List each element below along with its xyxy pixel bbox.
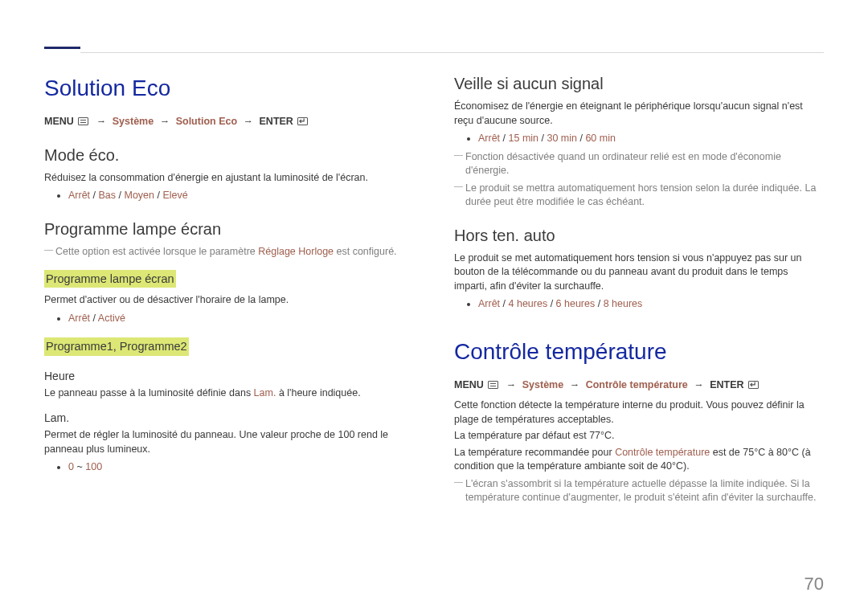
section-title-temperature: Contrôle température (454, 336, 824, 367)
opt: 15 min (509, 133, 539, 144)
desc-heure: Le panneau passe à la luminosité définie… (44, 386, 414, 401)
arrow-icon: → (570, 379, 580, 390)
content-columns: Solution Eco MENU → Système → Solution E… (44, 72, 824, 509)
breadcrumb-step-1: Système (522, 379, 563, 390)
highlight: Lam. (254, 387, 276, 398)
breadcrumb-step-2: Solution Eco (176, 116, 237, 127)
breadcrumb-eco: MENU → Système → Solution Eco → ENTER (44, 115, 414, 129)
opt: Elevé (162, 190, 187, 201)
opt: Arrêt (68, 190, 90, 201)
text: Le panneau passe à la luminosité définie… (44, 387, 254, 398)
desc-lam: Permet de régler la luminosité du pannea… (44, 428, 414, 456)
heading-lamp-schedule: Programme lampe écran (44, 218, 414, 240)
option-row: Arrêt / Bas / Moyen / Elevé (68, 189, 414, 203)
note-standby-1: Fonction désactivée quand un ordinateur … (465, 150, 824, 178)
desc-temp-1: Cette fonction détecte la température in… (454, 398, 824, 427)
section-title-eco: Solution Eco (44, 72, 414, 104)
subheading-programme: Programme1, Programme2 (44, 337, 189, 355)
breadcrumb-menu-label: MENU (44, 116, 74, 127)
options-lamp-toggle: Arrêt / Activé (44, 312, 414, 326)
options-standby: Arrêt / 15 min / 30 min / 60 min (454, 132, 824, 146)
opt: 60 min (585, 133, 616, 144)
arrow-icon: → (160, 116, 170, 127)
subheading-lamp-schedule: Programme lampe écran (44, 270, 176, 288)
breadcrumb-step-2: Contrôle température (586, 379, 688, 390)
breadcrumb-enter-label: ENTER (260, 116, 293, 127)
note-temp: L'écran s'assombrit si la température ac… (465, 477, 824, 505)
option-row: Arrêt / 15 min / 30 min / 60 min (478, 132, 824, 146)
arrow-icon: → (96, 116, 107, 127)
opt: 30 min (547, 133, 577, 144)
opt: Moyen (124, 190, 154, 201)
note-lamp-schedule: Cette option est activée lorsque le para… (55, 245, 414, 260)
heading-lam: Lam. (44, 411, 414, 427)
page-number: 70 (805, 572, 824, 597)
arrow-icon: → (506, 379, 517, 390)
top-divider (80, 52, 824, 53)
arrow-icon: → (694, 379, 704, 390)
opt: 100 (85, 461, 102, 472)
opt: Bas (99, 190, 117, 201)
range-sep: ~ (76, 461, 82, 472)
desc-mode-eco: Réduisez la consommation d'énergie en aj… (44, 171, 414, 186)
note-standby-2: Le produit se mettra automatiquement hor… (465, 182, 824, 210)
breadcrumb-temperature: MENU → Système → Contrôle température → … (454, 378, 824, 393)
desc-lamp-toggle: Permet d'activer ou de désactiver l'hora… (44, 293, 414, 308)
left-column: Solution Eco MENU → Système → Solution E… (44, 72, 414, 509)
desc-temp-3: La température recommandée pour Contrôle… (454, 446, 824, 474)
opt: Arrêt (68, 313, 90, 324)
menu-icon (488, 381, 498, 389)
opt: 8 heures (604, 298, 643, 309)
text: La température recommandée pour (454, 447, 615, 458)
note-text: Cette option est activée lorsque le para… (55, 246, 258, 257)
opt: 6 heures (556, 298, 596, 309)
note-highlight: Réglage Horloge (258, 246, 334, 257)
heading-auto-off: Hors ten. auto (454, 224, 824, 247)
opt: Arrêt (478, 133, 500, 144)
note-text: est configuré. (334, 246, 397, 257)
option-row: Arrêt / Activé (68, 312, 414, 326)
highlight: Contrôle température (615, 447, 710, 458)
options-lam-range: 0 ~ 100 (44, 460, 414, 475)
breadcrumb-menu-label: MENU (454, 379, 484, 390)
options-mode-eco: Arrêt / Bas / Moyen / Elevé (44, 189, 414, 203)
right-column: Veille si aucun signal Économisez de l'é… (454, 72, 824, 509)
arrow-icon: → (244, 116, 254, 127)
heading-heure: Heure (44, 369, 414, 385)
opt: Activé (98, 313, 125, 324)
enter-icon (748, 381, 759, 389)
enter-icon (297, 117, 308, 125)
text: à l'heure indiquée. (276, 387, 360, 398)
heading-standby: Veille si aucun signal (454, 72, 824, 95)
desc-temp-2: La température par défaut est 77°C. (454, 429, 824, 443)
desc-standby: Économisez de l'énergie en éteignant le … (454, 100, 824, 128)
heading-mode-eco: Mode éco. (44, 144, 414, 166)
opt: 0 (68, 461, 74, 472)
options-auto-off: Arrêt / 4 heures / 6 heures / 8 heures (454, 297, 824, 312)
opt: 4 heures (509, 298, 548, 309)
accent-bar (44, 47, 80, 49)
breadcrumb-enter-label: ENTER (710, 379, 743, 390)
menu-icon (78, 117, 88, 125)
opt: Arrêt (478, 298, 500, 309)
breadcrumb-step-1: Système (113, 116, 154, 127)
option-row: Arrêt / 4 heures / 6 heures / 8 heures (478, 297, 824, 312)
option-row: 0 ~ 100 (68, 460, 414, 475)
desc-auto-off: Le produit se met automatiquement hors t… (454, 251, 824, 294)
